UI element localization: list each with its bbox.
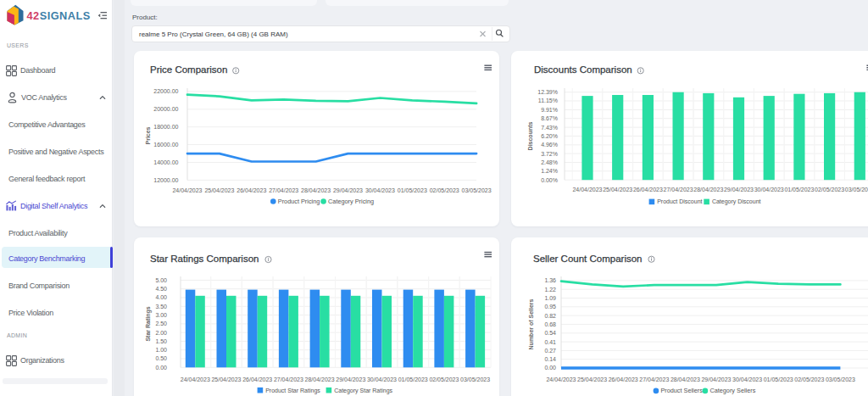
svg-text:01/05/2023: 01/05/2023 [784,187,814,192]
svg-text:18000.00: 18000.00 [153,124,178,130]
svg-text:27/04/2023: 27/04/2023 [639,376,669,382]
svg-text:28/04/2023: 28/04/2023 [305,376,335,382]
svg-text:4.96%: 4.96% [541,142,558,148]
svg-text:20000.00: 20000.00 [153,106,178,112]
svg-text:9.91%: 9.91% [541,107,558,113]
svg-text:42SIGNALS: 42SIGNALS [27,9,91,22]
svg-text:29/04/2023: 29/04/2023 [701,376,731,382]
svg-text:28/04/2023: 28/04/2023 [670,376,700,382]
svg-text:30/04/2023: 30/04/2023 [732,376,762,382]
svg-text:28/04/2023: 28/04/2023 [693,187,723,192]
svg-text:Category Star Ratings: Category Star Ratings [334,388,392,394]
svg-text:03/05/2023: 03/05/2023 [460,376,490,382]
svg-text:02/05/2023: 02/05/2023 [429,376,459,382]
svg-text:28/04/2023: 28/04/2023 [301,187,331,193]
svg-text:02/05/2023: 02/05/2023 [430,187,459,193]
svg-text:26/04/2023: 26/04/2023 [242,376,272,382]
svg-text:3.00: 3.00 [155,312,167,318]
svg-text:24/04/2023: 24/04/2023 [172,187,202,193]
svg-text:Number of Sellers: Number of Sellers [528,298,534,349]
svg-text:Category Sellers: Category Sellers [709,387,755,394]
svg-text:30/04/2023: 30/04/2023 [754,187,784,192]
svg-text:0.82: 0.82 [544,313,556,319]
svg-text:16000.00: 16000.00 [153,142,178,148]
svg-text:0.00: 0.00 [544,365,556,371]
svg-text:Star Ratings: Star Ratings [145,306,152,341]
svg-text:30/04/2023: 30/04/2023 [367,376,397,382]
svg-text:1.22: 1.22 [544,287,556,293]
svg-text:12000.00: 12000.00 [153,177,178,183]
svg-text:29/04/2023: 29/04/2023 [333,187,363,193]
svg-text:Product Star Ratings: Product Star Ratings [265,388,320,394]
svg-text:Category Discount: Category Discount [712,198,761,205]
svg-text:30/04/2023: 30/04/2023 [365,187,395,193]
svg-text:27/04/2023: 27/04/2023 [274,376,303,382]
svg-text:22000.00: 22000.00 [153,88,178,94]
svg-text:0.27: 0.27 [544,348,556,354]
svg-text:26/04/2023: 26/04/2023 [609,376,638,382]
svg-text:1.00: 1.00 [155,347,167,353]
svg-text:3.50: 3.50 [155,304,167,310]
svg-text:27/04/2023: 27/04/2023 [269,187,298,193]
svg-text:03/05/2023: 03/05/2023 [826,376,855,382]
svg-text:0.14: 0.14 [544,356,556,362]
svg-text:2.50: 2.50 [155,321,167,326]
svg-text:27/04/2023: 27/04/2023 [664,187,693,192]
svg-text:Product Sellers: Product Sellers [660,387,703,394]
svg-text:26/04/2023: 26/04/2023 [236,187,266,193]
svg-text:24/04/2023: 24/04/2023 [572,187,602,192]
svg-text:4.50: 4.50 [155,286,167,292]
svg-text:0.00: 0.00 [155,365,167,371]
svg-text:02/05/2023: 02/05/2023 [794,376,824,382]
svg-text:Category Pricing: Category Pricing [328,198,374,205]
svg-text:8.67%: 8.67% [541,115,558,121]
svg-text:0.68: 0.68 [544,321,556,327]
svg-text:01/05/2023: 01/05/2023 [764,376,793,382]
svg-text:24/04/2023: 24/04/2023 [181,376,210,382]
svg-text:25/04/2023: 25/04/2023 [204,187,234,193]
svg-text:6.20%: 6.20% [541,133,558,139]
svg-text:14000.00: 14000.00 [153,159,178,165]
svg-text:29/04/2023: 29/04/2023 [724,187,754,192]
svg-text:7.43%: 7.43% [541,125,558,131]
svg-text:25/04/2023: 25/04/2023 [577,376,607,382]
svg-text:11.15%: 11.15% [538,98,558,103]
svg-text:2.00: 2.00 [155,330,167,336]
svg-text:1.24%: 1.24% [541,168,558,174]
svg-text:1.36: 1.36 [544,277,556,283]
svg-text:26/04/2023: 26/04/2023 [633,187,663,192]
svg-text:5.00: 5.00 [155,277,167,283]
svg-text:0.41: 0.41 [544,339,556,345]
svg-text:24/04/2023: 24/04/2023 [546,376,576,382]
svg-text:25/04/2023: 25/04/2023 [211,376,241,382]
svg-text:0.95: 0.95 [544,304,556,310]
svg-text:29/04/2023: 29/04/2023 [336,376,365,382]
svg-text:12.39%: 12.39% [537,89,558,95]
svg-text:Discounts: Discounts [527,121,533,150]
svg-text:0.50: 0.50 [155,355,167,361]
svg-text:1.09: 1.09 [544,295,556,301]
svg-text:Prices: Prices [145,126,151,144]
svg-text:0.00%: 0.00% [541,177,558,183]
svg-text:25/04/2023: 25/04/2023 [603,187,632,192]
svg-text:01/05/2023: 01/05/2023 [398,187,427,193]
svg-text:0.54: 0.54 [544,330,556,336]
svg-text:02/05/2023: 02/05/2023 [815,187,844,192]
svg-text:Product Discount: Product Discount [657,198,702,204]
svg-text:1.50: 1.50 [155,338,167,344]
svg-text:01/05/2023: 01/05/2023 [398,376,428,382]
svg-text:03/05/2023: 03/05/2023 [845,187,868,192]
svg-text:4.00: 4.00 [155,294,167,300]
svg-text:Product Pricing: Product Pricing [278,198,320,205]
svg-text:03/05/2023: 03/05/2023 [462,187,492,193]
svg-text:2.48%: 2.48% [541,159,558,165]
svg-text:3.72%: 3.72% [541,151,558,157]
